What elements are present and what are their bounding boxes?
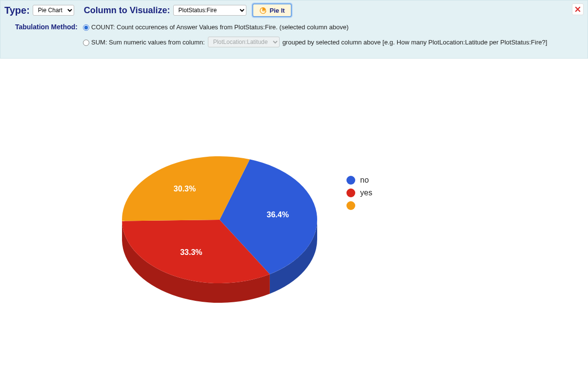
count-radio[interactable] bbox=[83, 24, 89, 31]
pie-chart: 36.4%33.3%30.3% bbox=[107, 117, 332, 342]
pie-it-label: Pie It bbox=[270, 7, 285, 14]
legend-swatch bbox=[346, 188, 355, 197]
legend-label: no bbox=[360, 176, 369, 185]
type-label: Type: bbox=[4, 5, 30, 16]
pie-it-button[interactable]: Pie It bbox=[252, 3, 292, 17]
column-select[interactable]: PlotStatus:Fire bbox=[173, 5, 246, 16]
sum-radio-label-pre: SUM: Sum numeric values from column: bbox=[91, 39, 205, 46]
pie-slice-label: 33.3% bbox=[180, 248, 202, 256]
sum-column-select[interactable]: PlotLocation:Latitude bbox=[208, 37, 280, 47]
pie-slice-label: 36.4% bbox=[267, 210, 289, 219]
type-select[interactable]: Pie Chart bbox=[33, 5, 74, 16]
close-icon bbox=[574, 6, 581, 13]
legend-swatch bbox=[346, 201, 355, 210]
legend: noyes bbox=[346, 176, 372, 214]
pie-icon bbox=[259, 6, 267, 14]
legend-swatch bbox=[346, 176, 355, 185]
tab-method-label: Tabulation Method: bbox=[4, 23, 81, 31]
sum-radio[interactable] bbox=[83, 40, 89, 46]
chart-area: 36.4%33.3%30.3% noyes bbox=[0, 59, 588, 371]
count-radio-label: COUNT: Count occurences of Answer Values… bbox=[91, 23, 348, 31]
controls-panel: Type: Pie Chart Column to Visualize: Plo… bbox=[0, 0, 588, 59]
legend-label: yes bbox=[360, 188, 372, 197]
pie-slice-label: 30.3% bbox=[174, 185, 196, 193]
close-button[interactable] bbox=[572, 3, 584, 15]
legend-item[interactable]: yes bbox=[346, 188, 372, 197]
sum-radio-label-post: grouped by selected column above [e.g. H… bbox=[283, 39, 547, 46]
legend-item[interactable] bbox=[346, 201, 372, 210]
legend-item[interactable]: no bbox=[346, 176, 372, 185]
column-label: Column to Visualize: bbox=[84, 5, 170, 16]
